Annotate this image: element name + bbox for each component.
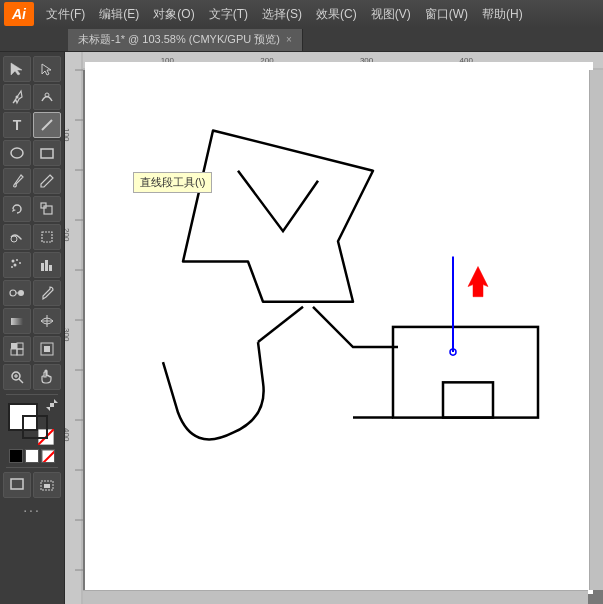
toolbar-divider-2: [6, 467, 58, 468]
drawing-canvas[interactable]: [83, 70, 603, 604]
mesh-tool-button[interactable]: [33, 308, 61, 334]
svg-rect-26: [17, 343, 23, 349]
live-paint-button[interactable]: [3, 336, 31, 362]
tab-title: 未标题-1* @ 103.58% (CMYK/GPU 预览): [78, 32, 280, 47]
horizontal-scrollbar[interactable]: [83, 590, 588, 604]
pencil-tool-button[interactable]: [33, 168, 61, 194]
svg-rect-39: [44, 484, 50, 488]
menu-select[interactable]: 选择(S): [256, 4, 308, 25]
svg-rect-20: [11, 318, 23, 325]
free-transform-button[interactable]: [33, 224, 61, 250]
svg-line-2: [42, 120, 52, 130]
eyedropper-button[interactable]: [33, 280, 61, 306]
tab-bar: 未标题-1* @ 103.58% (CMYK/GPU 预览) ×: [0, 28, 603, 52]
rotate-tool-button[interactable]: [3, 196, 31, 222]
svg-point-0: [16, 96, 19, 99]
tool-row-ellipse: [2, 140, 62, 166]
gradient-tool-button[interactable]: [3, 308, 31, 334]
swap-colors-button[interactable]: [46, 399, 58, 414]
svg-text:100: 100: [65, 128, 71, 142]
svg-text:300: 300: [65, 328, 71, 342]
change-screen-mode-button[interactable]: [3, 472, 31, 498]
svg-rect-16: [49, 265, 52, 271]
type-tool-button[interactable]: T: [3, 112, 31, 138]
menu-bar: 文件(F) 编辑(E) 对象(O) 文字(T) 选择(S) 效果(C) 视图(V…: [40, 4, 599, 25]
title-bar: Ai 文件(F) 编辑(E) 对象(O) 文字(T) 选择(S) 效果(C) 视…: [0, 0, 603, 28]
blend-tool-button[interactable]: [3, 280, 31, 306]
svg-point-3: [11, 148, 23, 158]
document-tab[interactable]: 未标题-1* @ 103.58% (CMYK/GPU 预览) ×: [68, 29, 303, 51]
ellipse-tool-button[interactable]: [3, 140, 31, 166]
svg-point-13: [11, 266, 13, 268]
warp-tool-button[interactable]: [3, 224, 31, 250]
color-swatch-area: [4, 399, 60, 445]
draw-inside-button[interactable]: [33, 472, 61, 498]
svg-point-10: [16, 259, 18, 261]
tool-row-selection: [2, 56, 62, 82]
tool-row-pen: [2, 84, 62, 110]
svg-point-11: [14, 264, 17, 267]
menu-help[interactable]: 帮助(H): [476, 4, 529, 25]
zoom-tool-button[interactable]: [3, 364, 31, 390]
tool-row-blend: [2, 280, 62, 306]
tool-row-rotate: [2, 196, 62, 222]
svg-text:400: 400: [65, 428, 71, 442]
svg-rect-5: [44, 206, 52, 214]
none-swatch[interactable]: [41, 449, 55, 463]
svg-point-7: [11, 236, 17, 242]
menu-effect[interactable]: 效果(C): [310, 4, 363, 25]
svg-point-18: [18, 290, 24, 296]
live-paint-select-button[interactable]: [33, 336, 61, 362]
svg-rect-8: [42, 232, 52, 242]
scale-tool-button[interactable]: [33, 196, 61, 222]
stroke-color-box[interactable]: [22, 415, 48, 439]
svg-rect-37: [11, 479, 23, 489]
tool-row-brush: [2, 168, 62, 194]
curvature-tool-button[interactable]: [33, 84, 61, 110]
tool-row-warp: [2, 224, 62, 250]
selection-tool-button[interactable]: [3, 56, 31, 82]
more-tools-button[interactable]: ···: [2, 500, 62, 520]
svg-line-30: [19, 379, 23, 383]
svg-text:200: 200: [65, 228, 71, 242]
column-chart-button[interactable]: [33, 252, 61, 278]
menu-edit[interactable]: 编辑(E): [93, 4, 145, 25]
vertical-scrollbar[interactable]: [589, 70, 603, 590]
svg-rect-23: [11, 343, 17, 349]
tab-close-button[interactable]: ×: [286, 34, 292, 45]
tool-row-paint: [2, 336, 62, 362]
svg-point-9: [12, 260, 15, 263]
menu-object[interactable]: 对象(O): [147, 4, 200, 25]
main-area: T: [0, 52, 603, 604]
pen-tool-button[interactable]: [3, 84, 31, 110]
svg-rect-14: [41, 263, 44, 271]
direct-select-tool-button[interactable]: [33, 56, 61, 82]
tool-row-view: [2, 472, 62, 498]
svg-marker-77: [468, 266, 488, 296]
menu-view[interactable]: 视图(V): [365, 4, 417, 25]
menu-type[interactable]: 文字(T): [203, 4, 254, 25]
tool-row-type: T: [2, 112, 62, 138]
symbol-spray-button[interactable]: [3, 252, 31, 278]
svg-rect-15: [45, 260, 48, 271]
tool-row-zoom: [2, 364, 62, 390]
menu-window[interactable]: 窗口(W): [419, 4, 474, 25]
svg-point-17: [10, 290, 16, 296]
paintbrush-tool-button[interactable]: [3, 168, 31, 194]
svg-rect-28: [44, 346, 50, 352]
hand-tool-button[interactable]: [33, 364, 61, 390]
app-logo: Ai: [4, 2, 34, 26]
white-swatch[interactable]: [25, 449, 39, 463]
svg-rect-25: [11, 349, 17, 355]
svg-rect-4: [41, 149, 53, 158]
toolbar: T: [0, 52, 65, 604]
menu-file[interactable]: 文件(F): [40, 4, 91, 25]
svg-rect-75: [443, 382, 493, 417]
black-swatch[interactable]: [9, 449, 23, 463]
svg-point-12: [19, 262, 21, 264]
line-segment-tool-button[interactable]: [33, 112, 61, 138]
canvas-area[interactable]: 100 200 300 400 100: [65, 52, 603, 604]
svg-rect-24: [17, 349, 23, 355]
rect-tool-button[interactable]: [33, 140, 61, 166]
default-colors-row: [2, 449, 62, 463]
